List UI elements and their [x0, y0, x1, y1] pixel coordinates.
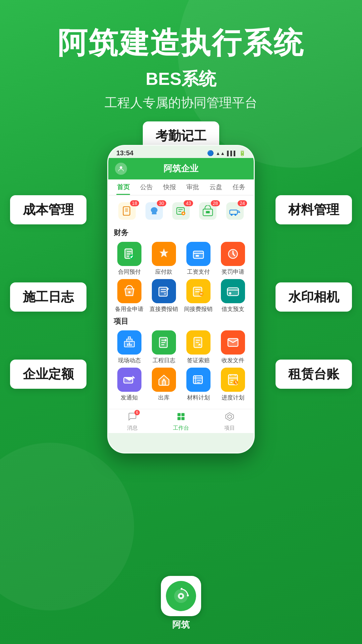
quick-item-3: 43: [172, 202, 190, 220]
app-cailiao[interactable]: 材料计划: [183, 368, 214, 401]
features-area: 考勤记工 成本管理 材料管理 施工日志 水印相机 企业定额 租赁台账 13:54…: [0, 118, 362, 494]
bottom-tab-project[interactable]: 项目: [205, 412, 254, 432]
svg-rect-14: [195, 255, 199, 257]
messages-icon: 6: [128, 412, 137, 424]
phone-tabs: 首页 公告 快报 审批 云盘 任务: [108, 179, 254, 196]
status-icons: 🔵 ▲▲ ▌▌▌ 🔋: [207, 150, 246, 156]
svg-marker-35: [226, 413, 233, 420]
svg-rect-34: [181, 417, 184, 420]
app-fatongzhi[interactable]: 发通知: [114, 368, 145, 401]
svg-point-39: [180, 595, 182, 597]
logo-name: 阿筑: [172, 619, 190, 631]
quick-icon-row: 18 30 43 28: [114, 200, 248, 222]
app-jindu[interactable]: 进度计划: [217, 368, 248, 401]
svg-point-9: [231, 214, 233, 216]
app-icon-jindu: [221, 368, 245, 392]
finance-section-title: 财务: [114, 228, 248, 238]
feature-label-diary: 施工日志: [10, 282, 86, 312]
app-label-hetong: 合同预付: [118, 268, 141, 276]
app-icon-chuku: [152, 368, 176, 392]
badge-5: 24: [238, 200, 247, 206]
tab-notice[interactable]: 公告: [135, 179, 158, 195]
app-icon-hetong: [117, 242, 141, 266]
quick-item-1: 18: [118, 202, 136, 220]
phone-nav-bar: 阿筑企业: [108, 158, 254, 179]
svg-point-21: [229, 292, 231, 294]
tab-cloud[interactable]: 云盘: [204, 179, 227, 195]
feature-label-cost: 成本管理: [10, 195, 86, 224]
app-yifu[interactable]: 应付款: [148, 242, 179, 276]
svg-point-40: [187, 594, 189, 596]
svg-point-10: [234, 214, 236, 216]
svg-rect-13: [193, 251, 203, 258]
app-gongcheng[interactable]: 工程日志: [148, 330, 179, 364]
finance-app-grid: 合同预付 应付款 工资支付: [114, 242, 248, 313]
tab-home[interactable]: 首页: [112, 179, 135, 195]
feature-label-quota: 企业定额: [10, 360, 86, 389]
app-icon-yifu: [152, 242, 176, 266]
app-icon-shoufa: [221, 330, 245, 355]
svg-rect-24: [128, 337, 130, 339]
app-label-fatongzhi: 发通知: [121, 394, 138, 401]
svg-rect-27: [162, 381, 166, 385]
app-icon-xianchang: [117, 330, 141, 355]
svg-rect-8: [230, 210, 237, 214]
tab-flash[interactable]: 快报: [158, 179, 181, 195]
app-label-qianzhen: 签证索赔: [187, 357, 210, 364]
app-gongzi[interactable]: 工资支付: [183, 242, 214, 276]
bottom-tab-workbench[interactable]: 工作台: [157, 412, 205, 432]
project-app-grid: 现场动态 工程日志 签证索赔: [114, 330, 248, 401]
project-section-title: 项目: [114, 316, 248, 326]
app-logo-area: 阿筑: [161, 576, 201, 631]
quick-item-2: 30: [145, 202, 163, 220]
feature-label-rental: 租赁台账: [276, 360, 352, 389]
app-icon-jiezhi: [221, 279, 245, 303]
logo-circle: [166, 581, 196, 611]
app-jianjie[interactable]: 间接费报销: [183, 279, 214, 313]
feature-label-material: 材料管理: [276, 195, 352, 224]
app-beiyong[interactable]: 备用金申请: [114, 279, 145, 313]
app-icon-qianzhen: [186, 330, 210, 355]
status-time: 13:54: [116, 149, 133, 157]
app-label-gongcheng: 工程日志: [153, 357, 175, 364]
app-icon-gongzi: [186, 242, 210, 266]
quick-item-5: 24: [226, 202, 244, 220]
svg-rect-7: [206, 211, 210, 213]
app-icon-jianjie: [186, 279, 210, 303]
tab-task[interactable]: 任务: [227, 179, 250, 195]
svg-point-16: [128, 291, 130, 293]
badge-3: 43: [184, 200, 193, 206]
svg-point-41: [181, 588, 183, 590]
svg-marker-36: [228, 415, 232, 419]
feature-label-camera: 水印相机: [276, 282, 352, 312]
app-jiangfa[interactable]: 奖罚申请: [217, 242, 248, 276]
app-chuku[interactable]: 出库: [148, 368, 179, 401]
workbench-icon: [176, 412, 186, 424]
app-label-jindu: 进度计划: [222, 394, 244, 401]
phone-notch: [158, 146, 204, 155]
app-label-jiezhi: 借支预支: [222, 305, 244, 313]
signal-icon: ▌▌▌: [227, 151, 237, 156]
svg-rect-20: [227, 288, 238, 296]
svg-rect-31: [178, 413, 181, 416]
app-hetong[interactable]: 合同预付: [114, 242, 145, 276]
app-icon-gongcheng: [152, 330, 176, 355]
quick-item-4: 28: [199, 202, 217, 220]
svg-rect-33: [178, 417, 181, 420]
bottom-tab-workbench-label: 工作台: [173, 425, 189, 432]
bottom-tab-messages[interactable]: 6 消息: [108, 412, 157, 432]
badge-1: 18: [130, 200, 139, 206]
bluetooth-icon: 🔵: [207, 150, 214, 156]
app-jiezhi[interactable]: 借支预支: [217, 279, 248, 313]
bottom-tab-project-label: 项目: [224, 425, 235, 432]
app-xianchang[interactable]: 现场动态: [114, 330, 145, 364]
badge-4: 28: [211, 200, 220, 206]
app-label-shoufa: 收发文件: [222, 357, 244, 364]
app-shoufa[interactable]: 收发文件: [217, 330, 248, 364]
phone-content: 18 30 43 28: [108, 196, 254, 409]
phone-mockup: 13:54 🔵 ▲▲ ▌▌▌ 🔋 阿筑企业 首页 公告 快报 审批 云盘 任务: [107, 145, 255, 453]
app-icon-zhijie: [152, 279, 176, 303]
app-qianzhen[interactable]: 签证索赔: [183, 330, 214, 364]
tab-approve[interactable]: 审批: [181, 179, 204, 195]
app-zhijie[interactable]: 直接费报销: [148, 279, 179, 313]
